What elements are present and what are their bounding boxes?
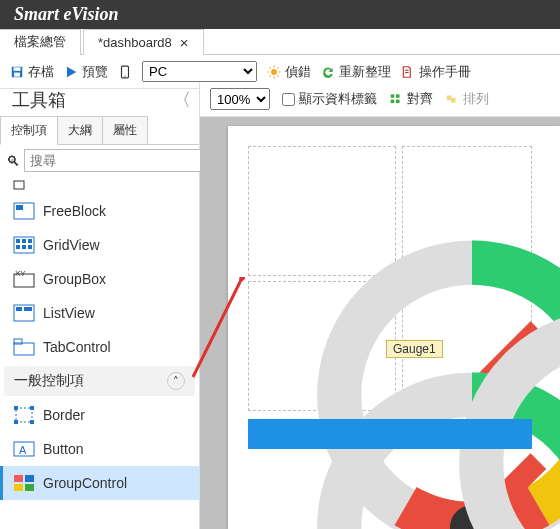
gridview-icon — [13, 236, 35, 254]
svg-point-5 — [124, 75, 125, 76]
manual-label: 操作手冊 — [419, 63, 471, 81]
arrange-icon — [445, 92, 459, 106]
preview-button[interactable]: 預覽 — [64, 63, 108, 81]
svg-rect-25 — [22, 245, 26, 249]
svg-rect-42 — [25, 475, 34, 482]
book-icon — [401, 65, 415, 79]
groupbox-icon: XY — [13, 270, 35, 288]
svg-line-11 — [269, 67, 270, 68]
svg-rect-30 — [16, 307, 22, 311]
checkbox-label: 顯示資料標籤 — [299, 90, 377, 108]
toolbox-item-button[interactable]: A Button — [0, 432, 199, 466]
toolbox-item-listview[interactable]: ListView — [0, 296, 199, 330]
tab-dashboard-label: *dashboard8 — [98, 35, 172, 50]
toolbox-item-groupbox[interactable]: XY GroupBox — [0, 262, 199, 296]
align-button[interactable]: 對齊 — [389, 90, 433, 108]
svg-line-14 — [278, 67, 279, 68]
tab-properties[interactable]: 屬性 — [102, 116, 148, 145]
svg-text:XY: XY — [15, 270, 26, 278]
arrange-label: 排列 — [463, 90, 489, 108]
section-general-controls[interactable]: 一般控制項 ˄ — [4, 366, 195, 396]
refresh-icon — [321, 65, 335, 79]
refresh-button[interactable]: 重新整理 — [321, 63, 391, 81]
button-icon: A — [13, 440, 35, 458]
refresh-label: 重新整理 — [339, 63, 391, 81]
arrange-button[interactable]: 排列 — [445, 90, 489, 108]
svg-line-12 — [278, 75, 279, 76]
svg-rect-26 — [28, 245, 32, 249]
svg-rect-43 — [14, 484, 23, 491]
canvas-page[interactable]: Gauge1 — [228, 126, 560, 529]
zoom-select[interactable]: 100% — [210, 88, 270, 110]
tooltip-gauge-name: Gauge1 — [386, 340, 443, 358]
border-icon — [13, 406, 35, 424]
svg-rect-23 — [28, 239, 32, 243]
toolbox-panel: 工具箱 〈 控制項 大綱 屬性 🔍︎ FreeBlock GridView — [0, 82, 200, 529]
item-label: GridView — [43, 237, 100, 253]
svg-rect-36 — [30, 406, 34, 410]
tab-controls[interactable]: 控制項 — [0, 116, 58, 145]
show-labels-checkbox[interactable]: 顯示資料標籤 — [282, 90, 377, 108]
toolbox-item-border[interactable]: Border — [0, 398, 199, 432]
design-area: 100% 顯示資料標籤 對齊 排列 Gauge1 — [200, 82, 560, 529]
debug-label: 偵錯 — [285, 63, 311, 81]
chevron-up-icon: ˄ — [167, 372, 185, 390]
search-input[interactable] — [24, 149, 205, 172]
toolbox-item-gridview[interactable]: GridView — [0, 228, 199, 262]
play-icon — [64, 65, 78, 79]
svg-rect-1 — [14, 67, 21, 71]
svg-rect-17 — [14, 181, 24, 189]
tab-file-explorer[interactable]: 檔案總管 — [0, 29, 81, 55]
toolbox-item-prev[interactable] — [0, 176, 199, 194]
svg-rect-45 — [391, 94, 395, 98]
checkbox-input[interactable] — [282, 93, 295, 106]
document-tabs: 檔案總管 *dashboard8 × — [0, 29, 560, 55]
manual-button[interactable]: 操作手冊 — [401, 63, 471, 81]
debug-button[interactable]: 偵錯 — [267, 63, 311, 81]
item-label: ListView — [43, 305, 95, 321]
groupcontrol-placeholder[interactable] — [248, 419, 532, 449]
gauge-icon[interactable] — [448, 262, 560, 529]
groupcontrol-icon — [13, 474, 35, 492]
generic-icon — [13, 176, 35, 194]
save-button[interactable]: 存檔 — [10, 63, 54, 81]
item-label: Border — [43, 407, 85, 423]
toolbox-item-freeblock[interactable]: FreeBlock — [0, 194, 199, 228]
svg-rect-31 — [24, 307, 32, 311]
item-label: TabControl — [43, 339, 111, 355]
chevron-left-icon[interactable]: 〈 — [173, 88, 191, 112]
tabcontrol-icon — [13, 338, 35, 356]
sun-icon — [267, 65, 281, 79]
device-mobile-button[interactable] — [118, 65, 132, 79]
app-title: Smart eVision — [0, 0, 560, 29]
svg-rect-32 — [14, 343, 34, 355]
item-label: GroupBox — [43, 271, 106, 287]
svg-rect-47 — [391, 100, 395, 104]
align-icon — [389, 92, 403, 106]
tab-dashboard[interactable]: *dashboard8 × — [83, 29, 204, 55]
mobile-icon — [118, 65, 132, 79]
close-icon[interactable]: × — [180, 35, 189, 50]
device-select[interactable]: PC — [142, 61, 257, 82]
item-label: FreeBlock — [43, 203, 106, 219]
svg-rect-48 — [396, 100, 400, 104]
svg-rect-49 — [447, 96, 452, 101]
svg-rect-41 — [14, 475, 23, 482]
preview-label: 預覽 — [82, 63, 108, 81]
item-label: GroupControl — [43, 475, 127, 491]
listview-icon — [13, 304, 35, 322]
toolbox-title: 工具箱 — [12, 88, 66, 112]
svg-rect-37 — [14, 420, 18, 424]
svg-rect-2 — [14, 72, 20, 76]
svg-rect-34 — [16, 408, 32, 422]
item-label: Button — [43, 441, 83, 457]
svg-rect-21 — [16, 239, 20, 243]
svg-rect-38 — [30, 420, 34, 424]
save-icon — [10, 65, 24, 79]
svg-rect-35 — [14, 406, 18, 410]
tab-outline[interactable]: 大綱 — [57, 116, 103, 145]
toolbox-item-tabcontrol[interactable]: TabControl — [0, 330, 199, 364]
tab-file-label: 檔案總管 — [14, 33, 66, 51]
align-label: 對齊 — [407, 90, 433, 108]
toolbox-item-groupcontrol[interactable]: GroupControl — [0, 466, 199, 500]
